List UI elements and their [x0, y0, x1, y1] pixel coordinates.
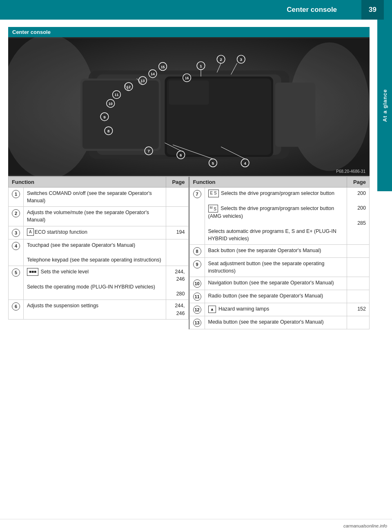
hazard-icon: ▲ [208, 306, 216, 313]
website-logo: carmanualsonline.info [343, 523, 387, 528]
row-number: 12 [189, 303, 205, 316]
image-reference: P68.20-4686-31 [336, 169, 365, 174]
table-row: 11 Radio button (see the separate Operat… [189, 290, 370, 303]
table-row: 6 Adjusts the suspension settings 244,24… [9, 300, 189, 319]
row-number: 13 [189, 316, 205, 329]
row-page [347, 290, 370, 303]
row-number: 4 [9, 239, 24, 266]
row-number: 6 [9, 300, 24, 319]
row-page: 200200285 [347, 188, 370, 245]
row-page: 152 [347, 303, 370, 316]
tables-container: Function Page 1 Switches COMAND on/off (… [8, 176, 370, 329]
row-function: Switches COMAND on/off (see the separate… [24, 188, 166, 207]
table-row: 7 E S Selects the drive program/program … [189, 188, 370, 245]
row-page [347, 244, 370, 257]
row-page [166, 188, 188, 207]
row-number: 5 [9, 266, 24, 300]
top-header: Center console 39 [0, 0, 392, 20]
svg-text:14: 14 [151, 72, 155, 76]
left-table-page-header: Page [166, 177, 188, 188]
svg-text:15: 15 [161, 65, 165, 69]
chapter-tab-label: At a glance [382, 89, 388, 122]
suspension-icon: ■■■ [27, 268, 38, 276]
chapter-tab: At a glance [377, 20, 392, 191]
table-row: 9 Seat adjustment button (see the separa… [189, 257, 370, 277]
row-function: E S Selects the drive program/program se… [205, 188, 347, 245]
table-row: 8 Back button (see the separate Operator… [189, 244, 370, 257]
svg-rect-9 [169, 80, 209, 105]
row-number: 1 [9, 188, 24, 207]
svg-text:1: 1 [200, 64, 202, 68]
svg-text:11: 11 [115, 93, 119, 97]
table-row: 3 AECO start/stop function 194 [9, 226, 189, 239]
row-function: Media button (see the separate Operator'… [205, 316, 347, 329]
svg-text:2: 2 [220, 57, 222, 62]
row-page: 244,246 [166, 300, 188, 319]
table-row: 4 Touchpad (see the separate Operator's … [9, 239, 189, 266]
row-number: 10 [189, 277, 205, 290]
row-number: 8 [189, 244, 205, 257]
row-function: Radio button (see the separate Operator'… [205, 290, 347, 303]
row-function: ▲ Hazard warning lamps [205, 303, 347, 316]
svg-text:13: 13 [140, 79, 145, 83]
header-page: 39 [361, 0, 384, 20]
left-table: Function Page 1 Switches COMAND on/off (… [8, 177, 189, 329]
row-page [347, 277, 370, 290]
svg-text:5: 5 [212, 161, 214, 165]
row-page [347, 257, 370, 277]
svg-text:6: 6 [180, 153, 182, 157]
right-table: Function Page 7 E S Selects the drive pr… [189, 177, 370, 329]
row-function: ■■■ Sets the vehicle level Selects the o… [24, 266, 166, 300]
right-table-function-header: Function [189, 177, 347, 188]
row-number: 2 [9, 207, 24, 226]
svg-text:10: 10 [109, 102, 113, 106]
right-table-page-header: Page [347, 177, 370, 188]
table-row: 2 Adjusts the volume/mute (see the separ… [9, 207, 189, 226]
svg-text:16: 16 [185, 76, 189, 80]
main-content: Center console [0, 20, 392, 338]
row-function: Adjusts the suspension settings [24, 300, 166, 319]
row-function: Adjusts the volume/mute (see the separat… [24, 207, 166, 226]
row-function: Touchpad (see the separate Operator's Ma… [24, 239, 166, 266]
row-number: 3 [9, 226, 24, 239]
svg-text:3: 3 [240, 57, 243, 62]
table-row: 10 Navigation button (see the separate O… [189, 277, 370, 290]
row-function: Back button (see the separate Operator's… [205, 244, 347, 257]
table-row: 5 ■■■ Sets the vehicle level Selects the… [9, 266, 189, 300]
row-number: 9 [189, 257, 205, 277]
eco-icon: A [27, 228, 34, 236]
row-page [347, 316, 370, 329]
svg-text:9: 9 [103, 115, 106, 119]
svg-text:7: 7 [147, 149, 150, 153]
table-row: 12 ▲ Hazard warning lamps 152 [189, 303, 370, 316]
row-page: 244,246280 [166, 266, 188, 300]
header-title: Center console [287, 6, 361, 14]
row-function: Navigation button (see the separate Oper… [205, 277, 347, 290]
row-function: AECO start/stop function [24, 226, 166, 239]
car-image: 1 2 3 4 5 6 [8, 37, 370, 176]
bottom-bar: carmanualsonline.info [0, 519, 392, 532]
row-number: 7 [189, 188, 205, 245]
svg-text:8: 8 [107, 129, 110, 133]
svg-rect-6 [82, 80, 159, 149]
table-row: 13 Media button (see the separate Operat… [189, 316, 370, 329]
section-heading: Center console [8, 27, 370, 37]
drive-program-icon: E S [208, 190, 219, 197]
row-page [166, 207, 188, 226]
amg-drive-icon: M S [208, 205, 218, 212]
table-row: 1 Switches COMAND on/off (see the separa… [9, 188, 189, 207]
row-function: Seat adjustment button (see the separate… [205, 257, 347, 277]
left-table-function-header: Function [9, 177, 166, 188]
row-page [166, 239, 188, 266]
svg-text:4: 4 [244, 161, 246, 165]
svg-rect-10 [275, 83, 315, 147]
row-page: 194 [166, 226, 188, 239]
row-number: 11 [189, 290, 205, 303]
